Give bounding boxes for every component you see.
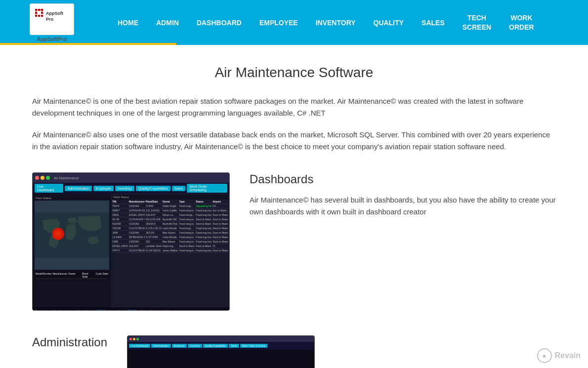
revain-icon: ● [537, 348, 552, 363]
svg-rect-8 [41, 15, 43, 17]
ss-map [35, 201, 109, 270]
intro-paragraph-1: Air Maintenance© is one of the best avia… [32, 95, 556, 119]
page-title: Air Maintenance Software [32, 65, 556, 81]
table-row: OW4L ENGEL AIRCRAFT IN GALAXY Airbus La.… [112, 213, 228, 217]
svg-text:Pro: Pro [46, 17, 54, 22]
ss-col-model: Model/Number [36, 272, 52, 278]
ss-col-plant: Plant/ State [82, 272, 95, 278]
ss-latest: Latest Version: J5TL3.8 [110, 309, 136, 311]
svg-rect-1 [35, 9, 37, 11]
ss-left-panel: Fleet Status [33, 194, 111, 307]
ss-nav-admin: Administration [65, 186, 91, 191]
ss-body: Fleet Status [33, 194, 229, 307]
ss-nav-wo: Work Order Scheduling [187, 184, 227, 193]
ss-th-row: TIN Manufacturer Plant/Data Owner Type S… [112, 200, 228, 204]
admin-btn-admin: Administration [151, 344, 171, 348]
navbar: AppSoft Pro AppSoftPro HOME ADMIN DASHBO… [0, 0, 588, 45]
ss-status-bar: Currently Logged In: Administrator Curre… [33, 307, 229, 311]
table-row: YRG4R GULFSTREAM AVIAT G-FJ5-CJE 200 Lin… [112, 226, 228, 231]
nav-dashboard[interactable]: DASHBOARD [188, 14, 251, 32]
dashboard-screenshot: Air Maintenance Live Dashboard Administr… [32, 172, 230, 311]
svg-rect-6 [35, 15, 37, 17]
dashboard-screenshot-container: Air Maintenance Live Dashboard Administr… [32, 172, 230, 311]
ss-th-owner: Owner [163, 200, 178, 203]
nav-tech-screen[interactable]: TECH SCREEN [454, 8, 500, 36]
logo-image: AppSoft Pro [30, 3, 74, 35]
ss-nav-live: Live Dashboard [35, 184, 63, 193]
table-row: ENGEL AIRCRAFT IN GALAXY Lambdin Series … [112, 244, 228, 248]
admin-ss-topbar [127, 336, 314, 342]
svg-rect-7 [38, 15, 40, 17]
admin-ss-navbar: Live Dashboard Administration Employee I… [127, 342, 314, 350]
dashboards-heading: Dashboards [250, 172, 556, 186]
ss-dot-red [35, 176, 39, 180]
admin-dot-red [129, 338, 132, 340]
admin-ss-body: Administration Panel [127, 350, 314, 368]
svg-rect-4 [35, 12, 37, 14]
logo-area[interactable]: AppSoft Pro AppSoftPro [10, 3, 94, 42]
ss-th-airport: Airport [212, 200, 228, 203]
ss-col-cycle: Cycle State [96, 272, 109, 278]
admin-text: Administration [32, 335, 107, 354]
ss-panel-title: Fleet Status [35, 196, 109, 201]
revain-text: Revain [555, 351, 581, 360]
ss-right-table: Fleet Status TIN Manufacturer Plant/Data… [111, 194, 229, 307]
ss-nav-emp: Employee [93, 186, 114, 191]
main-content: Air Maintenance Software Air Maintenance… [22, 45, 566, 368]
admin-btn-inv: Inventory [188, 344, 202, 348]
ss-nav-qual: Quality/Capabilities [136, 186, 170, 191]
ss-red-spot [52, 228, 64, 240]
admin-ss-inner: Live Dashboard Administration Employee I… [127, 336, 314, 368]
nav-sales[interactable]: SALES [413, 14, 454, 32]
ss-bottom-table: Model/Number Manufacturer Owner Plant/ S… [35, 271, 109, 280]
nav-home[interactable]: HOME [109, 14, 147, 32]
ss-col-mfg: Manufacturer [53, 272, 67, 278]
ss-nav-bar: Live Dashboard Administration Employee I… [33, 183, 229, 194]
table-row: JK89 CESSNA 182 GN Mae Adams Fixed-wing … [112, 231, 228, 235]
ss-title: Air Maintenance [54, 176, 79, 180]
table-row: T8076 CESSNA 172RG Addie Single Fixed-en… [112, 204, 228, 208]
svg-rect-3 [41, 9, 43, 11]
logo-text: AppSoftPro [37, 36, 67, 42]
ss-nav-sales: Sales [172, 186, 186, 191]
ss-th-tin: TIN [112, 200, 128, 203]
admin-heading: Administration [32, 335, 107, 349]
nav-work-order[interactable]: WORK ORDER [500, 8, 543, 36]
table-row: GF 89 ULTRAFARX-VAIRON FALCON 200 Nashvi… [112, 217, 228, 222]
nav-links: HOME ADMIN DASHBOARD EMPLOYEE INVENTORY … [109, 8, 543, 36]
ss-version: Current Version: J5TL3.8 [78, 309, 105, 311]
table-row: C098 CESSNA 182 Max Mason Fixed-wing lo.… [112, 240, 228, 244]
admin-dot-green [136, 338, 139, 340]
admin-btn-live: Live Dashboard [129, 344, 150, 348]
dashboards-section: Air Maintenance Live Dashboard Administr… [32, 172, 556, 311]
admin-screenshot: Live Dashboard Administration Employee I… [127, 335, 315, 368]
ss-th-plant: Plant/Data [146, 200, 162, 203]
ss-th-mfg: Manufacturer [129, 200, 145, 203]
ss-btable-header: Model/Number Manufacturer Owner Plant/ S… [36, 272, 108, 279]
ss-th-type: Type [179, 200, 195, 203]
svg-rect-2 [38, 9, 40, 11]
ss-table-title: Fleet Status [112, 195, 228, 200]
ss-th-status: Status [196, 200, 211, 203]
ss-contract: Contract Expiration: No Signature [141, 309, 177, 311]
ss-col-owner: Owner [68, 272, 81, 278]
ss-logged-in: Currently Logged In: Administrator [35, 309, 73, 311]
revain-watermark: ● Revain [537, 348, 581, 363]
dashboards-description: Air Maintenance© has several built in da… [250, 194, 556, 218]
ss-dot-green [46, 176, 50, 180]
nav-admin[interactable]: ADMIN [147, 14, 188, 32]
svg-text:AppSoft: AppSoft [46, 11, 63, 16]
nav-employee[interactable]: EMPLOYEE [251, 14, 307, 32]
nav-quality[interactable]: QUALITY [365, 14, 413, 32]
table-row: YP4T7 GULFSTREAM AVIAT GI-GP (KEIS) Jame… [112, 248, 228, 253]
admin-section: Administration Live Dashboard Administra… [32, 335, 556, 368]
table-row: LS.6409 5B BRANDS INC G-HT 8456 Linda Wo… [112, 235, 228, 240]
ss-dot-yellow [41, 176, 44, 180]
table-row: R9867 ULTRAAIR-DESIGN C21 (UHXD) Farris … [112, 208, 228, 213]
admin-dot-yellow [133, 338, 135, 340]
nav-inventory[interactable]: INVENTORY [307, 14, 365, 32]
admin-btn-wo: Work Order & Activity [240, 344, 267, 348]
admin-btn-qual: Quality/Capabilities [203, 344, 228, 348]
dashboards-text: Dashboards Air Maintenance© has several … [250, 172, 556, 218]
table-row: NL8399 CESSNA 182GN A Nashville Res Fixe… [112, 222, 228, 226]
